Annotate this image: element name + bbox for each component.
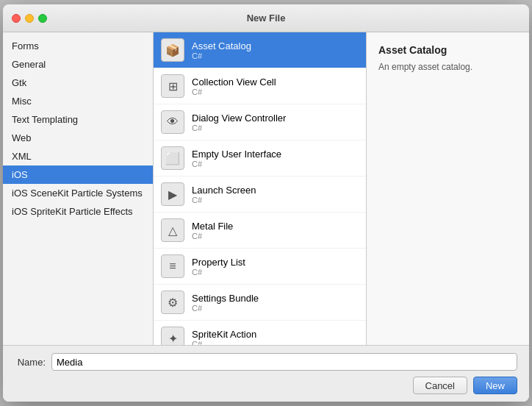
cancel-button[interactable]: Cancel	[413, 377, 467, 394]
file-list: 📦Asset CatalogC#⊞Collection View CellC#👁…	[154, 32, 367, 345]
file-subtitle-metal-file: C#	[192, 232, 233, 241]
sidebar: FormsGeneralGtkMiscText TemplatingWebXML…	[3, 32, 154, 345]
button-row: Cancel New	[15, 377, 517, 394]
file-item-asset-catalog[interactable]: 📦Asset CatalogC#	[154, 32, 366, 68]
detail-title: Asset Catalog	[378, 44, 517, 56]
file-info-spritekit-action: SpriteKit ActionC#	[192, 329, 256, 346]
file-item-launch-screen[interactable]: ▶Launch ScreenC#	[154, 177, 366, 213]
file-item-property-list[interactable]: ≡Property ListC#	[154, 249, 366, 285]
detail-panel: Asset Catalog An empty asset catalog.	[367, 32, 529, 345]
sidebar-item-xml[interactable]: XML	[3, 147, 153, 165]
file-info-empty-user-interface: Empty User InterfaceC#	[192, 149, 281, 168]
file-item-collection-view-cell[interactable]: ⊞Collection View CellC#	[154, 68, 366, 104]
file-icon-property-list: ≡	[161, 254, 184, 278]
sidebar-item-web[interactable]: Web	[3, 129, 153, 147]
file-subtitle-collection-view-cell: C#	[192, 88, 276, 96]
titlebar: New File	[3, 4, 529, 32]
bottom-bar: Name: Cancel New	[3, 345, 529, 402]
file-icon-spritekit-action: ✦	[161, 327, 184, 345]
file-info-metal-file: Metal FileC#	[192, 221, 233, 241]
file-info-asset-catalog: Asset CatalogC#	[192, 40, 251, 60]
file-item-metal-file[interactable]: △Metal FileC#	[154, 213, 366, 249]
file-icon-launch-screen: ▶	[161, 182, 184, 206]
sidebar-item-forms[interactable]: Forms	[3, 37, 153, 55]
name-row: Name:	[15, 353, 517, 371]
window-title: New File	[247, 13, 286, 24]
sidebar-item-scenekit[interactable]: iOS SceneKit Particle Systems	[3, 184, 153, 202]
file-subtitle-asset-catalog: C#	[192, 51, 251, 60]
file-icon-empty-user-interface: ⬜	[161, 146, 184, 170]
file-icon-asset-catalog: 📦	[161, 38, 184, 62]
content-area: FormsGeneralGtkMiscText TemplatingWebXML…	[3, 32, 529, 345]
sidebar-item-text[interactable]: Text Templating	[3, 110, 153, 129]
file-icon-dialog-view-controller: 👁	[161, 110, 184, 134]
detail-description: An empty asset catalog.	[378, 60, 517, 74]
file-item-dialog-view-controller[interactable]: 👁Dialog View ControllerC#	[154, 104, 366, 140]
file-title-collection-view-cell: Collection View Cell	[192, 76, 276, 88]
sidebar-item-gtk[interactable]: Gtk	[3, 74, 153, 92]
name-label: Name:	[15, 357, 46, 368]
file-subtitle-launch-screen: C#	[192, 196, 256, 204]
sidebar-item-general[interactable]: General	[3, 55, 153, 74]
file-icon-metal-file: △	[161, 218, 184, 242]
file-subtitle-settings-bundle: C#	[192, 304, 259, 313]
file-title-empty-user-interface: Empty User Interface	[192, 149, 281, 160]
file-info-property-list: Property ListC#	[192, 257, 245, 277]
file-title-asset-catalog: Asset Catalog	[192, 40, 251, 51]
file-item-spritekit-action[interactable]: ✦SpriteKit ActionC#	[154, 321, 366, 345]
sidebar-item-spritekit[interactable]: iOS SpriteKit Particle Effects	[3, 202, 153, 221]
file-icon-collection-view-cell: ⊞	[161, 74, 184, 98]
minimize-button[interactable]	[25, 14, 34, 23]
file-info-dialog-view-controller: Dialog View ControllerC#	[192, 113, 286, 132]
close-button[interactable]	[12, 14, 21, 23]
new-file-dialog: New File FormsGeneralGtkMiscText Templat…	[3, 4, 529, 402]
file-item-settings-bundle[interactable]: ⚙Settings BundleC#	[154, 285, 366, 321]
new-button[interactable]: New	[473, 377, 517, 394]
file-info-collection-view-cell: Collection View CellC#	[192, 76, 276, 96]
file-title-metal-file: Metal File	[192, 221, 233, 232]
file-subtitle-empty-user-interface: C#	[192, 160, 281, 168]
file-subtitle-dialog-view-controller: C#	[192, 124, 286, 132]
file-item-empty-user-interface[interactable]: ⬜Empty User InterfaceC#	[154, 140, 366, 177]
sidebar-item-misc[interactable]: Misc	[3, 92, 153, 110]
file-title-spritekit-action: SpriteKit Action	[192, 329, 256, 340]
sidebar-item-ios[interactable]: iOS	[3, 165, 153, 184]
traffic-lights	[12, 14, 47, 23]
file-icon-settings-bundle: ⚙	[161, 291, 184, 314]
file-subtitle-spritekit-action: C#	[192, 340, 256, 346]
file-info-launch-screen: Launch ScreenC#	[192, 185, 256, 204]
file-info-settings-bundle: Settings BundleC#	[192, 293, 259, 313]
file-title-launch-screen: Launch Screen	[192, 185, 256, 196]
file-title-settings-bundle: Settings Bundle	[192, 293, 259, 304]
file-title-dialog-view-controller: Dialog View Controller	[192, 113, 286, 124]
file-title-property-list: Property List	[192, 257, 245, 268]
maximize-button[interactable]	[38, 14, 47, 23]
file-subtitle-property-list: C#	[192, 268, 245, 277]
name-input[interactable]	[51, 353, 517, 371]
